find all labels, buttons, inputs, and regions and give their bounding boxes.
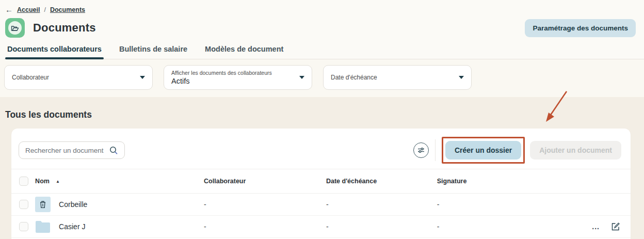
trash-icon (35, 197, 51, 212)
column-header-collaborateur[interactable]: Collaborateur (204, 169, 326, 194)
filter-date-echeance[interactable]: Date d'échéance (323, 65, 472, 90)
display-settings-button[interactable] (413, 142, 429, 158)
annotation-highlight-box: Créer un dossier (442, 137, 525, 164)
sliders-icon (417, 147, 425, 153)
edit-icon[interactable] (611, 222, 620, 231)
table-row-corbeille[interactable]: Corbeille - - - (11, 194, 631, 216)
row-name: Corbeille (59, 200, 87, 209)
tab-bar: Documents collaborateurs Bulletins de sa… (4, 45, 644, 59)
section-title: Tous les documents (5, 109, 644, 120)
page-title: Documents (33, 21, 96, 35)
search-icon (109, 146, 118, 155)
row-collaborator: - (204, 222, 206, 231)
chevron-down-icon (140, 76, 145, 79)
documents-toolbar: Créer un dossier Ajouter un document (11, 137, 631, 169)
column-header-signature[interactable]: Signature (437, 169, 571, 194)
tab-modeles-de-document[interactable]: Modèles de document (203, 45, 285, 59)
row-collaborator: - (204, 200, 206, 209)
tab-documents-collaborateurs[interactable]: Documents collaborateurs (5, 45, 104, 59)
toolbar-divider (435, 139, 436, 161)
tab-bulletins-de-salaire[interactable]: Bulletins de salaire (117, 45, 189, 59)
breadcrumb: ← Accueil / Documents (4, 5, 644, 14)
filter-collaborateur[interactable]: Collaborateur (4, 65, 153, 90)
row-name: Casier J (59, 222, 85, 231)
create-folder-button[interactable]: Créer un dossier (445, 141, 521, 160)
search-box (19, 141, 125, 159)
documents-table: Nom▲ Collaborateur Date d'échéance Signa… (11, 169, 631, 239)
folder-icon (35, 220, 51, 233)
breadcrumb-home-link[interactable]: Accueil (17, 6, 40, 13)
add-document-button-disabled: Ajouter un document (530, 141, 621, 160)
row-signature: - (437, 200, 440, 209)
table-row-casier-j[interactable]: Casier J - - - ... (11, 216, 631, 238)
document-settings-button[interactable]: Paramétrage des documents (525, 19, 636, 37)
documents-app-icon (5, 18, 25, 38)
filter-afficher-documents[interactable]: Afficher les documents des collaborateur… (164, 65, 312, 90)
filter-afficher-value: Actifs (171, 77, 294, 85)
column-header-date-echeance[interactable]: Date d'échéance (326, 169, 437, 194)
title-row: Documents Paramétrage des documents (4, 18, 644, 38)
row-due-date: - (326, 222, 329, 231)
row-signature: - (437, 222, 440, 231)
row-checkbox[interactable] (19, 222, 28, 231)
breadcrumb-separator: / (44, 6, 45, 13)
filter-collaborateur-label: Collaborateur (12, 74, 135, 81)
select-all-checkbox[interactable] (19, 177, 28, 186)
column-header-nom[interactable]: Nom▲ (35, 169, 204, 194)
table-header-row: Nom▲ Collaborateur Date d'échéance Signa… (11, 169, 631, 194)
sort-ascending-icon[interactable]: ▲ (56, 179, 60, 184)
row-due-date: - (326, 200, 329, 209)
filter-date-label: Date d'échéance (331, 74, 454, 81)
back-arrow-icon[interactable]: ← (5, 5, 13, 14)
chevron-down-icon (459, 76, 464, 79)
breadcrumb-current-link[interactable]: Documents (50, 6, 85, 13)
row-checkbox[interactable] (19, 200, 28, 209)
more-options-icon[interactable]: ... (592, 224, 600, 229)
folder-icon (8, 21, 22, 35)
column-nom-label: Nom (35, 178, 50, 185)
documents-card: Créer un dossier Ajouter un document Nom… (11, 129, 631, 239)
filter-afficher-label: Afficher les documents des collaborateur… (171, 70, 294, 76)
page-header: ← Accueil / Documents Documents Paramétr… (0, 0, 644, 59)
filter-strip: Collaborateur Afficher les documents des… (0, 59, 644, 97)
search-input[interactable] (25, 147, 109, 154)
chevron-down-icon (299, 76, 304, 79)
